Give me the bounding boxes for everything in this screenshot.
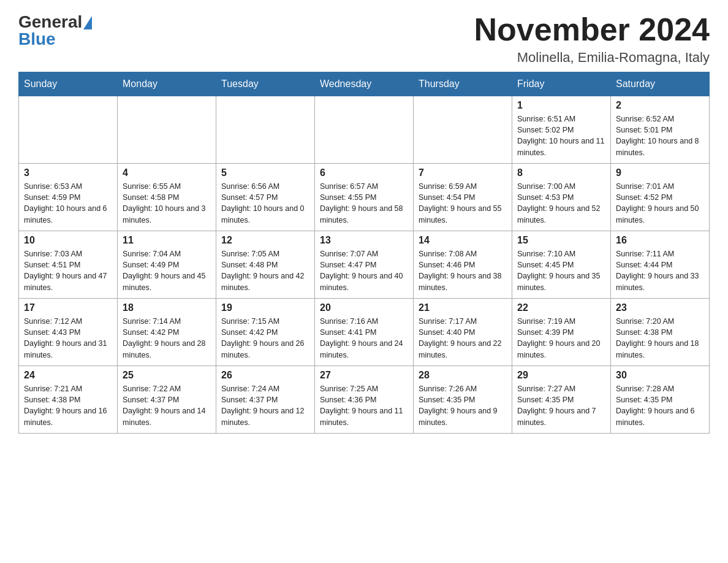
calendar-title: November 2024 — [474, 12, 710, 47]
calendar-day-cell — [118, 96, 216, 164]
calendar-week-row: 17Sunrise: 7:12 AMSunset: 4:43 PMDayligh… — [19, 299, 710, 366]
day-number: 18 — [123, 302, 211, 313]
day-number: 10 — [24, 235, 112, 246]
calendar-day-cell: 23Sunrise: 7:20 AMSunset: 4:38 PMDayligh… — [611, 299, 710, 366]
days-of-week-row: SundayMondayTuesdayWednesdayThursdayFrid… — [19, 72, 710, 96]
day-number: 3 — [24, 167, 112, 178]
day-info: Sunrise: 6:51 AMSunset: 5:02 PMDaylight:… — [517, 113, 605, 158]
day-number: 16 — [616, 235, 704, 246]
calendar-day-cell: 4Sunrise: 6:55 AMSunset: 4:58 PMDaylight… — [118, 164, 216, 231]
calendar-day-cell: 17Sunrise: 7:12 AMSunset: 4:43 PMDayligh… — [19, 299, 118, 366]
logo-triangle-icon — [83, 16, 92, 29]
day-number: 6 — [320, 167, 408, 178]
calendar-day-cell: 25Sunrise: 7:22 AMSunset: 4:37 PMDayligh… — [118, 366, 216, 434]
day-number: 26 — [221, 370, 309, 381]
calendar-day-cell: 3Sunrise: 6:53 AMSunset: 4:59 PMDaylight… — [19, 164, 118, 231]
calendar-day-cell: 18Sunrise: 7:14 AMSunset: 4:42 PMDayligh… — [118, 299, 216, 366]
day-info: Sunrise: 7:28 AMSunset: 4:35 PMDaylight:… — [616, 383, 704, 428]
day-number: 21 — [419, 302, 507, 313]
day-info: Sunrise: 7:10 AMSunset: 4:45 PMDaylight:… — [517, 248, 605, 293]
calendar-day-cell: 13Sunrise: 7:07 AMSunset: 4:47 PMDayligh… — [315, 231, 414, 299]
calendar-day-cell: 24Sunrise: 7:21 AMSunset: 4:38 PMDayligh… — [19, 366, 118, 434]
calendar-day-cell: 21Sunrise: 7:17 AMSunset: 4:40 PMDayligh… — [414, 299, 512, 366]
day-number: 1 — [517, 100, 605, 111]
day-of-week-header: Saturday — [611, 72, 710, 96]
day-of-week-header: Sunday — [19, 72, 118, 96]
calendar-day-cell: 22Sunrise: 7:19 AMSunset: 4:39 PMDayligh… — [512, 299, 611, 366]
day-info: Sunrise: 7:16 AMSunset: 4:41 PMDaylight:… — [320, 316, 408, 361]
day-info: Sunrise: 7:04 AMSunset: 4:49 PMDaylight:… — [123, 248, 211, 293]
page-header: General Blue November 2024 Molinella, Em… — [18, 12, 710, 66]
calendar-subtitle: Molinella, Emilia-Romagna, Italy — [474, 50, 710, 66]
day-of-week-header: Thursday — [414, 72, 512, 96]
day-number: 2 — [616, 100, 704, 111]
day-number: 8 — [517, 167, 605, 178]
day-info: Sunrise: 6:57 AMSunset: 4:55 PMDaylight:… — [320, 181, 408, 226]
day-info: Sunrise: 7:17 AMSunset: 4:40 PMDaylight:… — [419, 316, 507, 361]
day-info: Sunrise: 7:25 AMSunset: 4:36 PMDaylight:… — [320, 383, 408, 428]
day-number: 4 — [123, 167, 211, 178]
calendar-day-cell: 16Sunrise: 7:11 AMSunset: 4:44 PMDayligh… — [611, 231, 710, 299]
calendar-week-row: 1Sunrise: 6:51 AMSunset: 5:02 PMDaylight… — [19, 96, 710, 164]
day-info: Sunrise: 7:22 AMSunset: 4:37 PMDaylight:… — [123, 383, 211, 428]
day-info: Sunrise: 7:14 AMSunset: 4:42 PMDaylight:… — [123, 316, 211, 361]
calendar-table: SundayMondayTuesdayWednesdayThursdayFrid… — [18, 72, 710, 434]
calendar-day-cell: 9Sunrise: 7:01 AMSunset: 4:52 PMDaylight… — [611, 164, 710, 231]
calendar-day-cell: 29Sunrise: 7:27 AMSunset: 4:35 PMDayligh… — [512, 366, 611, 434]
calendar-day-cell: 20Sunrise: 7:16 AMSunset: 4:41 PMDayligh… — [315, 299, 414, 366]
calendar-day-cell: 14Sunrise: 7:08 AMSunset: 4:46 PMDayligh… — [414, 231, 512, 299]
calendar-day-cell: 7Sunrise: 6:59 AMSunset: 4:54 PMDaylight… — [414, 164, 512, 231]
day-number: 29 — [517, 370, 605, 381]
title-block: November 2024 Molinella, Emilia-Romagna,… — [474, 12, 710, 66]
calendar-day-cell: 6Sunrise: 6:57 AMSunset: 4:55 PMDaylight… — [315, 164, 414, 231]
logo: General Blue — [18, 12, 92, 49]
calendar-day-cell: 28Sunrise: 7:26 AMSunset: 4:35 PMDayligh… — [414, 366, 512, 434]
day-number: 17 — [24, 302, 112, 313]
day-number: 12 — [221, 235, 309, 246]
day-of-week-header: Tuesday — [216, 72, 315, 96]
logo-blue-text: Blue — [18, 29, 56, 49]
calendar-week-row: 24Sunrise: 7:21 AMSunset: 4:38 PMDayligh… — [19, 366, 710, 434]
day-number: 25 — [123, 370, 211, 381]
calendar-header: SundayMondayTuesdayWednesdayThursdayFrid… — [19, 72, 710, 96]
day-of-week-header: Friday — [512, 72, 611, 96]
day-info: Sunrise: 7:27 AMSunset: 4:35 PMDaylight:… — [517, 383, 605, 428]
calendar-day-cell: 10Sunrise: 7:03 AMSunset: 4:51 PMDayligh… — [19, 231, 118, 299]
day-number: 11 — [123, 235, 211, 246]
calendar-day-cell: 2Sunrise: 6:52 AMSunset: 5:01 PMDaylight… — [611, 96, 710, 164]
calendar-day-cell — [414, 96, 512, 164]
day-info: Sunrise: 7:07 AMSunset: 4:47 PMDaylight:… — [320, 248, 408, 293]
day-info: Sunrise: 6:55 AMSunset: 4:58 PMDaylight:… — [123, 181, 211, 226]
day-info: Sunrise: 7:15 AMSunset: 4:42 PMDaylight:… — [221, 316, 309, 361]
day-number: 5 — [221, 167, 309, 178]
calendar-day-cell: 15Sunrise: 7:10 AMSunset: 4:45 PMDayligh… — [512, 231, 611, 299]
calendar-day-cell — [315, 96, 414, 164]
calendar-day-cell: 5Sunrise: 6:56 AMSunset: 4:57 PMDaylight… — [216, 164, 315, 231]
calendar-day-cell: 19Sunrise: 7:15 AMSunset: 4:42 PMDayligh… — [216, 299, 315, 366]
day-number: 7 — [419, 167, 507, 178]
day-info: Sunrise: 6:53 AMSunset: 4:59 PMDaylight:… — [24, 181, 112, 226]
day-info: Sunrise: 7:19 AMSunset: 4:39 PMDaylight:… — [517, 316, 605, 361]
calendar-body: 1Sunrise: 6:51 AMSunset: 5:02 PMDaylight… — [19, 96, 710, 434]
calendar-day-cell: 30Sunrise: 7:28 AMSunset: 4:35 PMDayligh… — [611, 366, 710, 434]
day-info: Sunrise: 7:03 AMSunset: 4:51 PMDaylight:… — [24, 248, 112, 293]
calendar-day-cell: 1Sunrise: 6:51 AMSunset: 5:02 PMDaylight… — [512, 96, 611, 164]
day-info: Sunrise: 7:26 AMSunset: 4:35 PMDaylight:… — [419, 383, 507, 428]
day-number: 24 — [24, 370, 112, 381]
day-number: 23 — [616, 302, 704, 313]
day-info: Sunrise: 7:24 AMSunset: 4:37 PMDaylight:… — [221, 383, 309, 428]
day-number: 28 — [419, 370, 507, 381]
day-info: Sunrise: 6:56 AMSunset: 4:57 PMDaylight:… — [221, 181, 309, 226]
day-number: 14 — [419, 235, 507, 246]
day-number: 22 — [517, 302, 605, 313]
calendar-day-cell — [216, 96, 315, 164]
day-info: Sunrise: 7:05 AMSunset: 4:48 PMDaylight:… — [221, 248, 309, 293]
day-number: 15 — [517, 235, 605, 246]
day-number: 9 — [616, 167, 704, 178]
day-info: Sunrise: 7:12 AMSunset: 4:43 PMDaylight:… — [24, 316, 112, 361]
day-info: Sunrise: 7:08 AMSunset: 4:46 PMDaylight:… — [419, 248, 507, 293]
calendar-day-cell: 8Sunrise: 7:00 AMSunset: 4:53 PMDaylight… — [512, 164, 611, 231]
calendar-day-cell: 26Sunrise: 7:24 AMSunset: 4:37 PMDayligh… — [216, 366, 315, 434]
day-info: Sunrise: 7:11 AMSunset: 4:44 PMDaylight:… — [616, 248, 704, 293]
calendar-week-row: 10Sunrise: 7:03 AMSunset: 4:51 PMDayligh… — [19, 231, 710, 299]
